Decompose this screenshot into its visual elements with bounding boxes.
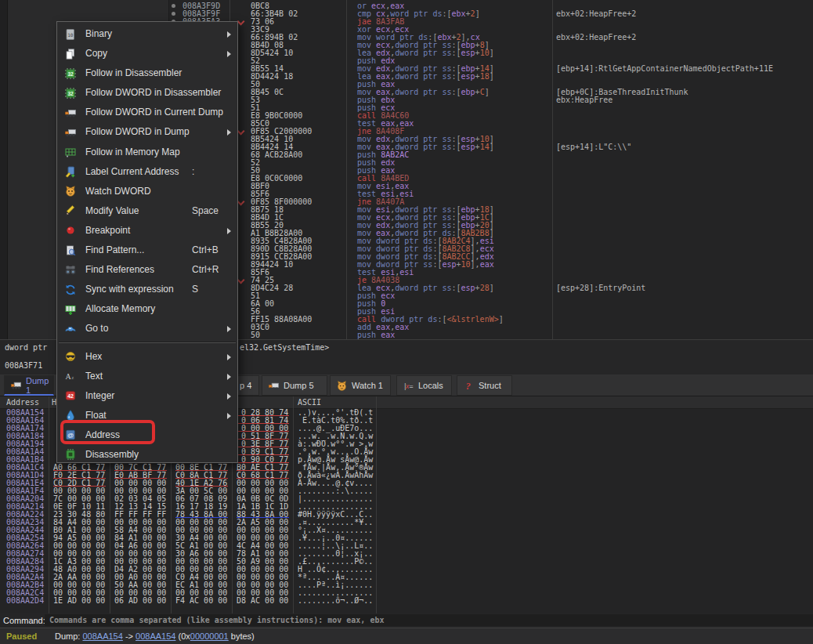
submenu-arrow-icon: [227, 326, 231, 332]
menu-item-label: Find Pattern...: [85, 244, 144, 255]
disasm-instruction: push eax: [357, 331, 395, 339]
menu-item-hex[interactable]: Hex: [57, 347, 237, 367]
dump-hex-group: 00 00 00 00: [237, 581, 289, 588]
disasm-comment: [ebp+14]:RtlGetAppContainerNamedObjectPa…: [556, 65, 773, 73]
debugger-window: 0BC8or ecx,eax66:3B4B 02cmp cx,word ptr …: [0, 0, 813, 644]
sunglasses-face-icon: [64, 350, 77, 363]
disasm-comment: [esp+14]:L"C:\\": [556, 143, 631, 151]
jump-arrow-icon: [237, 128, 245, 136]
dump-hex-group: 3A 00 5C 00: [175, 487, 228, 494]
menu-item-shortcut: Ctrl+R: [192, 264, 219, 275]
dump-hex-group: 00 00 00 00: [237, 479, 289, 487]
menu-item-follow-dword-in-disassembler[interactable]: 32Follow DWORD in Disassembler: [57, 83, 237, 103]
menu-item-watch-dword[interactable]: Watch DWORD: [57, 182, 237, 201]
dump-hex-group: 06 07 08 09: [175, 495, 228, 502]
dump-hex-group: 00 00 00 00: [53, 550, 106, 557]
dump-hex-group: 1C A3 00 00: [53, 558, 106, 565]
car-icon: [64, 323, 77, 335]
dump-hex-group: 00 00 00 00: [114, 550, 167, 557]
dump-hex-group: 0E 0F 10 11: [53, 503, 106, 510]
command-bar: Command: Commands are comma separated (l…: [0, 613, 813, 628]
cat-icon: [336, 380, 348, 392]
dump-status-text: Dump: 008AA154 -> 008AA154 (0x00000001 b…: [55, 631, 255, 641]
dump-hex-group: 00 00 00 00: [53, 542, 106, 549]
menu-item-binary[interactable]: 10Binary: [57, 24, 237, 44]
dump-hex-group: 0 00 00 00: [237, 425, 289, 432]
menu-item-label: Watch DWORD: [85, 186, 151, 197]
menu-item-disassembly[interactable]: Disassembly: [57, 445, 237, 465]
dump-hex-group: 2A A5 00 00: [237, 519, 289, 526]
menu-item-label: Go to: [85, 323, 108, 334]
tab-locals[interactable]: |x=Locals: [396, 375, 452, 396]
dump-hex-group: 48 A0 00 00: [53, 566, 106, 573]
dump-hex-group: 00 00 00 00: [53, 487, 106, 494]
dump-truck-icon: [268, 380, 280, 392]
dump-hex-group: 2A AA 00 00: [53, 573, 106, 581]
dump-address: 008AA2D4: [6, 597, 44, 605]
dump-hex-group: 84 A4 00 00: [53, 519, 106, 526]
menu-item-breakpoint[interactable]: Breakpoint: [57, 221, 237, 241]
dump-hex-group: 30 A6 00 00: [175, 550, 228, 557]
dump-truck-icon: [10, 379, 22, 391]
menu-item-go-to[interactable]: Go to: [57, 319, 237, 338]
sync-arrows-icon: [64, 284, 77, 296]
menu-item-allocate-memory[interactable]: Allocate Memory: [57, 299, 237, 319]
menu-item-find-pattern[interactable]: Find Pattern...Ctrl+B: [57, 241, 237, 260]
dump-hex-group: 50 AA 00 00: [114, 581, 167, 588]
breakpoint-gutter-dot[interactable]: [172, 12, 175, 16]
command-input[interactable]: Commands are comma separated (like assem…: [45, 614, 813, 626]
tab-dump-5[interactable]: Dump 5: [262, 375, 327, 396]
dump-row[interactable]: 008AA2D41E AD 00 0006 AD 00 00F4 AC 00 0…: [0, 597, 813, 605]
dump-hex-group: 0 06 81 74: [237, 417, 289, 424]
menu-item-label-current-address[interactable]: Label Current Address:: [57, 162, 237, 182]
disasm-comment: ebx+02:HeapFree+2: [556, 10, 636, 18]
menu-item-label: Breakpoint: [85, 225, 130, 236]
breakpoint-gutter-dot[interactable]: [172, 4, 175, 8]
menu-item-sync-with-expression[interactable]: Sync with expressionS: [57, 280, 237, 299]
menu-item-follow-dword-in-current-dump[interactable]: Follow DWORD in Current Dump: [57, 103, 237, 122]
dump-hex-group: C0 68 C1 77: [237, 472, 289, 479]
svg-text:32: 32: [67, 71, 74, 76]
disassembly-chip-icon: [64, 448, 77, 461]
dump-to-address-link[interactable]: 008AA154: [136, 631, 175, 641]
menu-item-follow-in-disassembler[interactable]: 32Follow in Disassembler: [57, 63, 237, 83]
menu-item-find-references[interactable]: Find ReferencesCtrl+R: [57, 260, 237, 280]
menu-item-copy[interactable]: Copy: [57, 44, 237, 63]
breakpoint-dot-icon: [64, 224, 77, 237]
label-tag-icon: [64, 165, 77, 178]
cpu-chip-32-icon: 32: [64, 67, 77, 80]
current-address: 008A3F71: [5, 361, 42, 370]
tab-label: Locals: [418, 381, 443, 390]
tab-struct[interactable]: ?Struct: [457, 375, 512, 396]
dump-hex-group: 40 1E A2 76: [175, 479, 228, 487]
dump-size-link[interactable]: 00000001: [190, 631, 229, 641]
dump-truck-icon: [64, 126, 77, 139]
menu-item-follow-in-memory-map[interactable]: Follow in Memory Map: [57, 143, 237, 162]
menu-item-follow-dword-in-dump[interactable]: Follow DWORD in Dump: [57, 122, 237, 142]
menu-item-integer[interactable]: 42Integer: [57, 386, 237, 406]
disasm-row[interactable]: 66:3B4B 02cmp cx,word ptr ds:[ebx+2]ebx+…: [0, 10, 813, 18]
menu-item-label: Modify Value: [85, 205, 139, 216]
disasm-comment: ebx+02:HeapFree+2: [556, 34, 636, 42]
dump-hex-group: 0 90 C0 77: [237, 456, 289, 463]
menu-item-text[interactable]: AzText: [57, 367, 237, 386]
dump-hex-group: 16 17 18 19: [175, 503, 228, 510]
dump-hex-group: 0 3E 8F 77: [237, 440, 289, 447]
menu-item-label: Binary: [85, 28, 112, 39]
menu-item-modify-value[interactable]: Modify ValueSpace: [57, 201, 237, 221]
dump-hex-group: 0 89 C1 77: [237, 448, 289, 455]
submenu-arrow-icon: [227, 374, 231, 380]
tab-dump-1[interactable]: Dump 1: [4, 375, 54, 396]
dump-hex-group: 00 00 00 00: [114, 479, 167, 487]
jump-arrow-icon: [237, 18, 245, 26]
dump-from-address-link[interactable]: 008AA154: [82, 631, 122, 641]
dump-hex-group: 5C A1 00 00: [175, 542, 228, 549]
tab-watch-1[interactable]: Watch 1: [330, 375, 391, 396]
menu-item-label: Copy: [85, 48, 107, 59]
dump-status-prefix: Dump:: [55, 631, 82, 641]
dump-hex-group: F4 AC 00 00: [175, 597, 228, 604]
integer-42-icon: 42: [64, 389, 77, 402]
menu-separator: [57, 342, 237, 347]
menu-item-label: Hex: [85, 351, 102, 362]
dump-hex-group: 00 00 00 00: [237, 526, 289, 534]
